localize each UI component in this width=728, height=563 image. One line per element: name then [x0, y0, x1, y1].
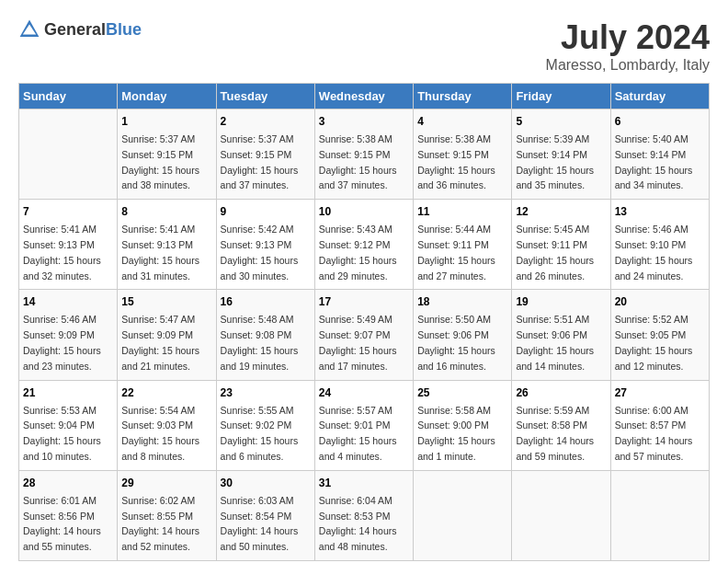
- day-cell: 6Sunrise: 5:40 AM Sunset: 9:14 PM Daylig…: [610, 109, 709, 200]
- day-cell: 9Sunrise: 5:42 AM Sunset: 9:13 PM Daylig…: [216, 200, 314, 290]
- day-cell: [414, 470, 512, 560]
- day-number: 30: [221, 475, 311, 491]
- logo-blue: Blue: [106, 20, 142, 39]
- day-info: Sunrise: 5:41 AM Sunset: 9:13 PM Dayligh…: [23, 222, 113, 283]
- day-cell: [512, 470, 610, 560]
- day-cell: 25Sunrise: 5:58 AM Sunset: 9:00 PM Dayli…: [414, 380, 512, 470]
- day-info: Sunrise: 5:52 AM Sunset: 9:05 PM Dayligh…: [615, 312, 705, 373]
- day-info: Sunrise: 5:59 AM Sunset: 8:58 PM Dayligh…: [516, 403, 606, 465]
- day-number: 1: [121, 113, 211, 130]
- week-row-3: 14Sunrise: 5:46 AM Sunset: 9:09 PM Dayli…: [19, 290, 710, 380]
- day-number: 28: [23, 475, 113, 491]
- calendar-table: SundayMondayTuesdayWednesdayThursdayFrid…: [18, 83, 710, 561]
- day-cell: 20Sunrise: 5:52 AM Sunset: 9:05 PM Dayli…: [610, 290, 709, 380]
- day-cell: 21Sunrise: 5:53 AM Sunset: 9:04 PM Dayli…: [19, 380, 118, 470]
- column-header-saturday: Saturday: [610, 84, 709, 109]
- day-cell: 11Sunrise: 5:44 AM Sunset: 9:11 PM Dayli…: [414, 200, 512, 290]
- day-info: Sunrise: 6:03 AM Sunset: 8:54 PM Dayligh…: [221, 493, 311, 555]
- column-header-tuesday: Tuesday: [216, 84, 314, 109]
- day-number: 25: [417, 385, 507, 401]
- day-info: Sunrise: 5:37 AM Sunset: 9:15 PM Dayligh…: [121, 132, 211, 193]
- day-info: Sunrise: 5:45 AM Sunset: 9:11 PM Dayligh…: [516, 222, 606, 283]
- logo-icon: [18, 18, 40, 40]
- day-info: Sunrise: 5:49 AM Sunset: 9:07 PM Dayligh…: [319, 312, 409, 373]
- day-cell: 15Sunrise: 5:47 AM Sunset: 9:09 PM Dayli…: [118, 290, 216, 380]
- day-cell: 1Sunrise: 5:37 AM Sunset: 9:15 PM Daylig…: [118, 109, 216, 200]
- header: GeneralBlue July 2024 Maresso, Lombardy,…: [18, 18, 710, 74]
- day-info: Sunrise: 6:04 AM Sunset: 8:53 PM Dayligh…: [319, 493, 409, 555]
- day-info: Sunrise: 5:54 AM Sunset: 9:03 PM Dayligh…: [121, 403, 211, 465]
- column-header-monday: Monday: [118, 84, 216, 109]
- day-info: Sunrise: 5:55 AM Sunset: 9:02 PM Dayligh…: [221, 403, 311, 465]
- week-row-2: 7Sunrise: 5:41 AM Sunset: 9:13 PM Daylig…: [19, 200, 710, 290]
- day-number: 16: [221, 293, 311, 310]
- day-number: 12: [516, 203, 606, 220]
- day-cell: 31Sunrise: 6:04 AM Sunset: 8:53 PM Dayli…: [314, 470, 413, 560]
- day-number: 21: [23, 385, 113, 401]
- day-number: 22: [121, 385, 211, 401]
- day-cell: 5Sunrise: 5:39 AM Sunset: 9:14 PM Daylig…: [512, 109, 610, 200]
- day-cell: 23Sunrise: 5:55 AM Sunset: 9:02 PM Dayli…: [216, 380, 314, 470]
- day-number: 31: [319, 475, 409, 491]
- day-number: 29: [121, 475, 211, 491]
- day-info: Sunrise: 6:01 AM Sunset: 8:56 PM Dayligh…: [23, 493, 113, 555]
- day-number: 6: [615, 113, 705, 130]
- day-number: 23: [221, 385, 311, 401]
- header-row: SundayMondayTuesdayWednesdayThursdayFrid…: [19, 84, 710, 109]
- day-cell: 19Sunrise: 5:51 AM Sunset: 9:06 PM Dayli…: [512, 290, 610, 380]
- day-info: Sunrise: 5:37 AM Sunset: 9:15 PM Dayligh…: [221, 132, 311, 193]
- day-cell: 18Sunrise: 5:50 AM Sunset: 9:06 PM Dayli…: [414, 290, 512, 380]
- day-number: 8: [121, 203, 211, 220]
- title-area: July 2024 Maresso, Lombardy, Italy: [546, 18, 710, 74]
- day-number: 18: [417, 293, 507, 310]
- day-info: Sunrise: 5:39 AM Sunset: 9:14 PM Dayligh…: [516, 132, 606, 193]
- day-cell: [610, 470, 709, 560]
- day-cell: 28Sunrise: 6:01 AM Sunset: 8:56 PM Dayli…: [19, 470, 118, 560]
- day-info: Sunrise: 5:58 AM Sunset: 9:00 PM Dayligh…: [417, 403, 507, 465]
- column-header-sunday: Sunday: [19, 84, 118, 109]
- day-info: Sunrise: 5:41 AM Sunset: 9:13 PM Dayligh…: [121, 222, 211, 283]
- day-info: Sunrise: 5:40 AM Sunset: 9:14 PM Dayligh…: [615, 132, 705, 193]
- day-info: Sunrise: 5:44 AM Sunset: 9:11 PM Dayligh…: [417, 222, 507, 283]
- day-number: 14: [23, 293, 113, 310]
- day-cell: 4Sunrise: 5:38 AM Sunset: 9:15 PM Daylig…: [414, 109, 512, 200]
- day-cell: 29Sunrise: 6:02 AM Sunset: 8:55 PM Dayli…: [118, 470, 216, 560]
- day-info: Sunrise: 5:48 AM Sunset: 9:08 PM Dayligh…: [221, 312, 311, 373]
- day-cell: 24Sunrise: 5:57 AM Sunset: 9:01 PM Dayli…: [314, 380, 413, 470]
- week-row-4: 21Sunrise: 5:53 AM Sunset: 9:04 PM Dayli…: [19, 380, 710, 470]
- day-info: Sunrise: 5:51 AM Sunset: 9:06 PM Dayligh…: [516, 312, 606, 373]
- day-cell: 7Sunrise: 5:41 AM Sunset: 9:13 PM Daylig…: [19, 200, 118, 290]
- day-cell: 13Sunrise: 5:46 AM Sunset: 9:10 PM Dayli…: [610, 200, 709, 290]
- day-info: Sunrise: 5:38 AM Sunset: 9:15 PM Dayligh…: [417, 132, 507, 193]
- day-cell: 2Sunrise: 5:37 AM Sunset: 9:15 PM Daylig…: [216, 109, 314, 200]
- day-number: 9: [221, 203, 311, 220]
- week-row-5: 28Sunrise: 6:01 AM Sunset: 8:56 PM Dayli…: [19, 470, 710, 560]
- day-number: 27: [615, 385, 705, 401]
- column-header-wednesday: Wednesday: [314, 84, 413, 109]
- day-cell: 14Sunrise: 5:46 AM Sunset: 9:09 PM Dayli…: [19, 290, 118, 380]
- day-number: 4: [417, 113, 507, 130]
- day-number: 5: [516, 113, 606, 130]
- logo-general: General: [44, 20, 106, 39]
- day-info: Sunrise: 5:38 AM Sunset: 9:15 PM Dayligh…: [319, 132, 409, 193]
- day-number: 26: [516, 385, 606, 401]
- day-cell: 17Sunrise: 5:49 AM Sunset: 9:07 PM Dayli…: [314, 290, 413, 380]
- day-cell: 10Sunrise: 5:43 AM Sunset: 9:12 PM Dayli…: [314, 200, 413, 290]
- subtitle: Maresso, Lombardy, Italy: [546, 57, 710, 74]
- day-number: 11: [417, 203, 507, 220]
- day-cell: 16Sunrise: 5:48 AM Sunset: 9:08 PM Dayli…: [216, 290, 314, 380]
- day-info: Sunrise: 6:02 AM Sunset: 8:55 PM Dayligh…: [121, 493, 211, 555]
- day-info: Sunrise: 5:43 AM Sunset: 9:12 PM Dayligh…: [319, 222, 409, 283]
- day-info: Sunrise: 5:47 AM Sunset: 9:09 PM Dayligh…: [121, 312, 211, 373]
- day-number: 24: [319, 385, 409, 401]
- day-info: Sunrise: 6:00 AM Sunset: 8:57 PM Dayligh…: [615, 403, 705, 465]
- column-header-friday: Friday: [512, 84, 610, 109]
- day-info: Sunrise: 5:46 AM Sunset: 9:09 PM Dayligh…: [23, 312, 113, 373]
- day-number: 7: [23, 203, 113, 220]
- day-number: 17: [319, 293, 409, 310]
- day-info: Sunrise: 5:57 AM Sunset: 9:01 PM Dayligh…: [319, 403, 409, 465]
- day-number: 19: [516, 293, 606, 310]
- day-cell: 22Sunrise: 5:54 AM Sunset: 9:03 PM Dayli…: [118, 380, 216, 470]
- day-number: 13: [615, 203, 705, 220]
- week-row-1: 1Sunrise: 5:37 AM Sunset: 9:15 PM Daylig…: [19, 109, 710, 200]
